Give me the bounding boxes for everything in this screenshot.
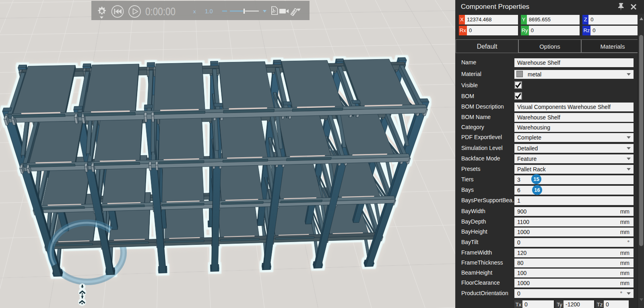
svg-text:0:00:00: 0:00:00 — [145, 5, 175, 18]
svg-text:x: x — [193, 8, 196, 14]
svg-text:1.0: 1.0 — [205, 8, 213, 14]
